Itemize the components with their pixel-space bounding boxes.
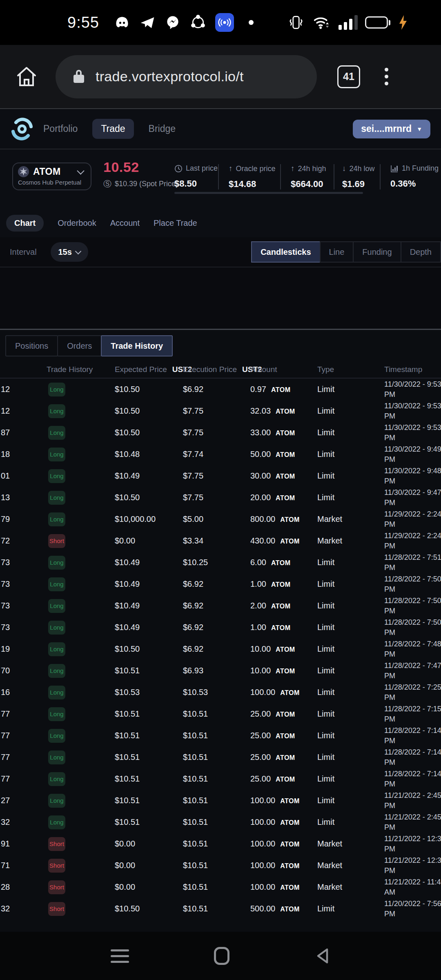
amount-unit: ATOM [280,538,300,545]
tab-orderbook[interactable]: Orderbook [58,218,96,228]
side-badge: Short [48,837,65,851]
amount-unit: ATOM [276,473,295,480]
trade-id: 77 [0,731,15,740]
amount-value: 2.00 [250,601,266,610]
amount-value: 25.00 [250,753,271,762]
timestamp: 11/21/2022 - 2:45PM [384,791,441,811]
order-type: Limit [317,385,384,394]
url-text: trade.vortexprotocol.io/t [96,69,244,85]
nav-link-trade[interactable]: Trade [92,119,134,139]
home-icon[interactable] [14,64,39,89]
tab-counter[interactable]: 41 [337,65,360,88]
side-badge: Long [48,469,65,483]
table-row[interactable]: 27 Long $10.51 $10.51 100.00ATOM Limit 1… [0,790,441,811]
table-row[interactable]: 19 Long $10.50 $6.92 10.00ATOM Limit 11/… [0,638,441,660]
android-back-icon[interactable] [314,947,331,965]
table-row[interactable]: 28 Short $0.00 $10.51 100.00ATOM Market … [0,876,441,898]
table-row[interactable]: 12 Long $10.50 $7.75 32.03ATOM Limit 11/… [0,400,441,422]
android-recents-icon[interactable] [111,949,129,963]
chart-canvas[interactable] [0,267,441,329]
table-row[interactable]: 73 Long $10.49 $6.92 1.00ATOM Limit 11/2… [0,617,441,638]
timestamp: 11/29/2022 - 2:24PM [384,509,441,530]
table-row[interactable]: 73 Long $10.49 $6.92 2.00ATOM Limit 11/2… [0,595,441,617]
order-type: Market [317,536,384,546]
table-row[interactable]: 70 Long $10.51 $6.93 10.00ATOM Limit 11/… [0,660,441,682]
table-row[interactable]: 91 Short $0.00 $10.51 100.00ATOM Market … [0,833,441,855]
table-row[interactable]: 13 Long $10.50 $7.75 20.00ATOM Limit 11/… [0,487,441,508]
clock-time: 9:55 [67,14,99,31]
table-row[interactable]: 32 Long $10.51 $10.51 100.00ATOM Limit 1… [0,811,441,833]
mode-line-button[interactable]: Line [320,241,354,263]
side-badge: Short [48,859,65,873]
expected-price: $10.50 [80,644,170,654]
amount-unit: ATOM [280,819,300,826]
wallet-button[interactable]: sei....mrnrd ▼ [353,120,430,138]
table-row[interactable]: 12 Long $10.50 $6.92 0.97ATOM Limit 11/3… [0,379,441,400]
order-type: Limit [317,579,384,589]
expected-price: $10.50 [80,904,170,913]
tab-trade-history[interactable]: Trade History [101,335,173,356]
expected-price: $10.51 [80,817,170,827]
table-row[interactable]: 32 Short $10.50 $10.51 500.00ATOM Limit … [0,898,441,920]
amount-value: 10.00 [250,666,271,675]
expected-price: $0.00 [80,861,170,870]
table-row[interactable]: 16 Long $10.53 $10.53 100.00ATOM Limit 1… [0,682,441,703]
tab-orders[interactable]: Orders [57,335,102,356]
stat-last-price: Last price $8.50 [174,164,218,189]
nav-link-bridge[interactable]: Bridge [149,123,176,134]
table-row[interactable]: 87 Long $10.50 $7.75 33.00ATOM Limit 11/… [0,422,441,443]
amount-unit: ATOM [280,797,300,804]
notification-dot [249,20,254,25]
expected-price: $10.48 [80,450,170,459]
table-row[interactable]: 77 Long $10.51 $10.51 25.00ATOM Limit 11… [0,725,441,746]
android-home-icon[interactable] [214,947,229,965]
vortex-logo [11,118,33,140]
table-row[interactable]: 73 Long $10.49 $6.92 1.00ATOM Limit 11/2… [0,573,441,595]
tab-chart[interactable]: Chart [6,215,44,232]
trade-id: 77 [0,709,15,719]
side-badge: Long [48,794,65,808]
spot-price-icon: Ⓢ [103,178,111,189]
table-row[interactable]: 71 Short $0.00 $10.51 100.00ATOM Market … [0,855,441,876]
table-row[interactable]: 77 Long $10.51 $10.51 25.00ATOM Limit 11… [0,768,441,790]
order-type: Limit [317,623,384,632]
trade-id: 19 [0,644,15,654]
trade-id: 12 [0,385,15,394]
interval-select[interactable]: 15s [51,242,88,262]
table-row[interactable]: 77 Long $10.51 $10.51 25.00ATOM Limit 11… [0,703,441,725]
amount-unit: ATOM [276,646,295,653]
table-row[interactable]: 79 Long $10,000.00 $5.00 800.00ATOM Mark… [0,508,441,530]
table-row[interactable]: 72 Short $0.00 $3.34 430.00ATOM Market 1… [0,530,441,552]
asset-selector[interactable]: ATOM Cosmos Hub Perpetual [12,163,91,190]
browser-menu-icon[interactable] [385,68,388,85]
table-row[interactable]: 73 Long $10.49 $10.25 6.00ATOM Limit 11/… [0,552,441,573]
site-header: Portfolio Trade Bridge sei....mrnrd ▼ [0,108,441,149]
amount-unit: ATOM [276,754,295,761]
execution-price: $6.92 [170,623,250,632]
order-type: Market [317,861,384,870]
tab-account[interactable]: Account [110,218,140,228]
side-badge: Short [48,902,65,916]
tab-positions[interactable]: Positions [5,335,58,356]
amount-value: 0.97 [250,385,266,394]
table-row[interactable]: 77 Long $10.51 $10.51 25.00ATOM Limit 11… [0,746,441,768]
execution-price: $7.75 [170,428,250,437]
tab-place-trade[interactable]: Place Trade [154,218,197,228]
url-bar[interactable]: trade.vortexprotocol.io/t [56,55,317,98]
side-badge: Short [48,534,65,548]
view-tabs: Chart Orderbook Account Place Trade [0,209,441,237]
mode-funding-button[interactable]: Funding [353,241,401,263]
expected-price: $10.51 [80,709,170,719]
expected-price: $10.51 [80,666,170,675]
amount-value: 10.00 [250,644,271,653]
mode-depth-button[interactable]: Depth [401,241,441,263]
execution-price: $6.92 [170,385,250,394]
table-row[interactable]: 18 Long $10.48 $7.74 50.00ATOM Limit 11/… [0,443,441,465]
table-row[interactable]: 01 Long $10.49 $7.75 30.00ATOM Limit 11/… [0,465,441,487]
trade-id: 73 [0,579,15,589]
nav-link-portfolio[interactable]: Portfolio [43,123,78,134]
stats-scrollbar[interactable] [174,192,363,194]
mode-candlesticks-button[interactable]: Candlesticks [251,241,320,263]
funding-chart-icon [390,165,399,173]
trade-id: 32 [0,904,15,913]
